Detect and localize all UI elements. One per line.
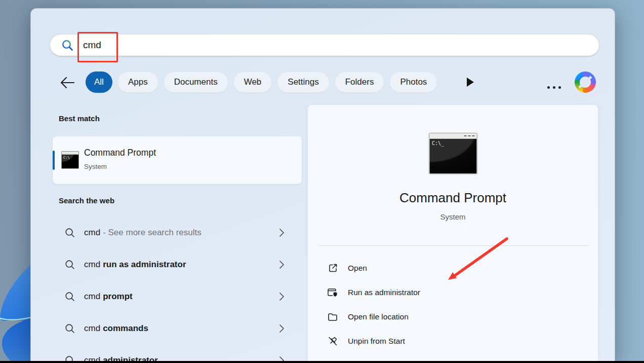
desktop: cmd All Apps Documents Web Settings Fold… [0,0,644,363]
command-prompt-icon: C:\ [61,151,79,169]
tab-label: Folders [345,77,374,87]
back-button[interactable] [59,75,75,90]
suggestion-suffix: prompt [103,292,133,301]
chevron-right-icon [279,228,285,237]
tab-label: Settings [288,77,318,87]
action-open[interactable]: Open [327,256,580,280]
search-icon [65,260,75,270]
annotation-highlight-box [77,32,118,62]
detail-subtitle: System [308,212,598,221]
tab-photos[interactable]: Photos [389,71,437,93]
tab-label: Documents [174,77,218,87]
best-match-heading: Best match [59,114,100,123]
search-window: cmd All Apps Documents Web Settings Fold… [30,8,615,363]
admin-shield-icon [327,287,338,298]
tab-label: Apps [128,77,148,87]
suggestion-suffix: run as administrator [103,260,186,269]
tab-apps[interactable]: Apps [117,71,158,93]
more-options-button[interactable] [547,86,561,89]
search-icon [61,39,74,52]
copilot-icon[interactable] [574,71,596,93]
tab-all[interactable]: All [86,71,112,93]
search-icon [65,292,75,302]
selection-accent-bar [53,151,55,170]
tab-settings[interactable]: Settings [277,71,329,93]
tab-label: All [94,77,104,87]
best-match-item[interactable]: C:\ Command Prompt System [53,136,302,184]
action-label: Open [348,264,367,273]
suggestion-query: cmd [84,260,100,269]
best-match-subtitle: System [84,163,107,170]
search-icon [65,228,75,238]
suggestion-suffix: - See more search results [103,228,202,237]
open-external-icon [327,263,338,274]
command-prompt-icon-large: C:\_ [429,133,477,174]
web-suggestion-row[interactable]: cmdrun as administrator [53,252,302,277]
best-match-title: Command Prompt [84,148,156,158]
suggestion-query: cmd [84,323,100,333]
chevron-right-icon [279,292,285,301]
detail-title: Command Prompt [308,190,598,206]
more-tabs-arrow-icon[interactable] [465,77,475,87]
search-icon [65,323,75,334]
action-label: Run as administrator [348,288,420,297]
tab-documents[interactable]: Documents [164,71,228,93]
tab-folders[interactable]: Folders [335,71,385,93]
search-web-heading: Search the web [59,196,114,205]
web-suggestion-row[interactable]: cmdcommands [53,316,302,341]
divider [318,245,589,246]
chevron-right-icon [279,260,285,269]
filter-tabs: All Apps Documents Web Settings Folders … [86,71,437,93]
suggestion-suffix: commands [103,323,148,333]
folder-icon [327,311,338,322]
action-open-file-location[interactable]: Open file location [327,305,580,329]
search-bar[interactable]: cmd [50,34,599,56]
action-unpin-from-start[interactable]: Unpin from Start [327,329,580,353]
suggestion-query: cmd [84,292,100,301]
detail-panel: C:\_ Command Prompt System Open Run as a… [308,105,598,363]
unpin-icon [327,336,338,347]
screen-bottom-edge [0,361,644,363]
action-label: Unpin from Start [348,337,405,346]
chevron-right-icon [279,324,285,333]
web-suggestion-row[interactable]: cmdprompt [53,284,302,309]
suggestion-query: cmd [84,228,100,237]
action-run-as-administrator[interactable]: Run as administrator [327,280,580,305]
tab-label: Web [244,77,262,87]
tab-label: Photos [400,77,427,87]
tab-web[interactable]: Web [233,71,272,93]
web-suggestion-row[interactable]: cmd- See more search results [53,220,302,245]
action-label: Open file location [348,312,409,321]
